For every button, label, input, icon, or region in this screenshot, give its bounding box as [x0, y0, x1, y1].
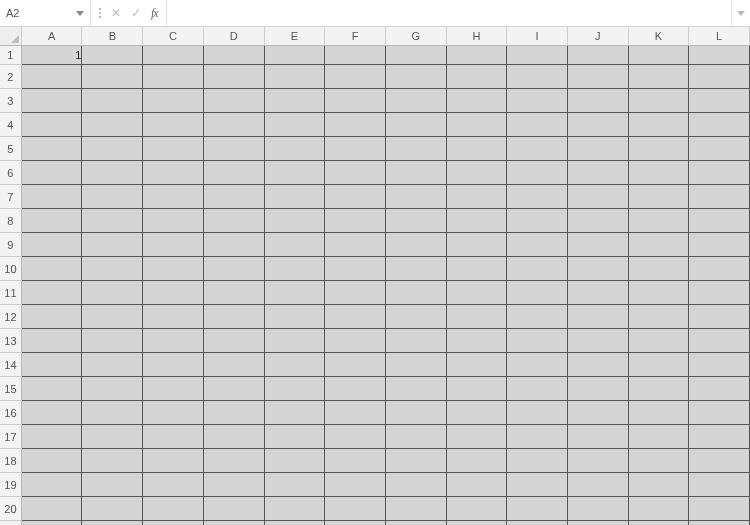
cell-I5[interactable] [507, 137, 568, 161]
cell-A2[interactable] [21, 65, 82, 89]
cell-K2[interactable] [628, 65, 689, 89]
cell-H6[interactable] [446, 161, 507, 185]
cell-F19[interactable] [325, 473, 386, 497]
cell-H4[interactable] [446, 113, 507, 137]
cell-L1[interactable] [689, 46, 750, 65]
cell-G4[interactable] [385, 113, 446, 137]
cell-D15[interactable] [203, 377, 264, 401]
cell-E6[interactable] [264, 161, 325, 185]
cell-B3[interactable] [82, 89, 143, 113]
name-box-dropdown-icon[interactable] [76, 11, 84, 16]
cell-H1[interactable] [446, 46, 507, 65]
cell-L2[interactable] [689, 65, 750, 89]
cell-C2[interactable] [143, 65, 204, 89]
cell-G12[interactable] [385, 305, 446, 329]
cell-J10[interactable] [567, 257, 628, 281]
cell-K14[interactable] [628, 353, 689, 377]
cell-C19[interactable] [143, 473, 204, 497]
cell-J4[interactable] [567, 113, 628, 137]
cell-C21[interactable] [143, 521, 204, 526]
formula-bar-expand[interactable] [731, 0, 750, 26]
cell-H19[interactable] [446, 473, 507, 497]
cell-F15[interactable] [325, 377, 386, 401]
cell-F10[interactable] [325, 257, 386, 281]
cell-A4[interactable] [21, 113, 82, 137]
cell-L13[interactable] [689, 329, 750, 353]
cell-A18[interactable] [21, 449, 82, 473]
cell-J20[interactable] [567, 497, 628, 521]
cell-H15[interactable] [446, 377, 507, 401]
cell-I3[interactable] [507, 89, 568, 113]
cell-B15[interactable] [82, 377, 143, 401]
cell-G2[interactable] [385, 65, 446, 89]
fx-icon[interactable]: fx [151, 6, 158, 21]
cell-J3[interactable] [567, 89, 628, 113]
cell-B2[interactable] [82, 65, 143, 89]
cell-L9[interactable] [689, 233, 750, 257]
cell-C20[interactable] [143, 497, 204, 521]
cell-E3[interactable] [264, 89, 325, 113]
cell-A1[interactable]: 1 [21, 46, 82, 65]
cell-E9[interactable] [264, 233, 325, 257]
row-header-1[interactable]: 1 [0, 46, 21, 65]
row-header-14[interactable]: 14 [0, 353, 21, 377]
cell-J19[interactable] [567, 473, 628, 497]
cell-F20[interactable] [325, 497, 386, 521]
cell-G20[interactable] [385, 497, 446, 521]
cell-D14[interactable] [203, 353, 264, 377]
cell-H2[interactable] [446, 65, 507, 89]
cell-D9[interactable] [203, 233, 264, 257]
cell-A21[interactable] [21, 521, 82, 526]
cell-G7[interactable] [385, 185, 446, 209]
cell-H13[interactable] [446, 329, 507, 353]
cell-C6[interactable] [143, 161, 204, 185]
cell-J18[interactable] [567, 449, 628, 473]
row-header-2[interactable]: 2 [0, 65, 21, 89]
row-header-13[interactable]: 13 [0, 329, 21, 353]
row-header-12[interactable]: 12 [0, 305, 21, 329]
cell-G14[interactable] [385, 353, 446, 377]
row-header-20[interactable]: 20 [0, 497, 21, 521]
row-header-10[interactable]: 10 [0, 257, 21, 281]
cell-D10[interactable] [203, 257, 264, 281]
cell-L5[interactable] [689, 137, 750, 161]
cell-H7[interactable] [446, 185, 507, 209]
cell-E13[interactable] [264, 329, 325, 353]
cell-L16[interactable] [689, 401, 750, 425]
cell-A8[interactable] [21, 209, 82, 233]
select-all-corner[interactable] [0, 27, 21, 46]
cell-G10[interactable] [385, 257, 446, 281]
cell-H18[interactable] [446, 449, 507, 473]
cell-K17[interactable] [628, 425, 689, 449]
cell-F3[interactable] [325, 89, 386, 113]
cell-B21[interactable] [82, 521, 143, 526]
cell-B20[interactable] [82, 497, 143, 521]
row-header-16[interactable]: 16 [0, 401, 21, 425]
cell-I13[interactable] [507, 329, 568, 353]
cell-A9[interactable] [21, 233, 82, 257]
cell-G6[interactable] [385, 161, 446, 185]
cell-A15[interactable] [21, 377, 82, 401]
cell-D12[interactable] [203, 305, 264, 329]
cell-L18[interactable] [689, 449, 750, 473]
cell-F12[interactable] [325, 305, 386, 329]
cell-E7[interactable] [264, 185, 325, 209]
cell-G13[interactable] [385, 329, 446, 353]
cell-F4[interactable] [325, 113, 386, 137]
cell-D1[interactable] [203, 46, 264, 65]
cell-J12[interactable] [567, 305, 628, 329]
cell-B12[interactable] [82, 305, 143, 329]
cell-J1[interactable] [567, 46, 628, 65]
cell-C17[interactable] [143, 425, 204, 449]
row-header-3[interactable]: 3 [0, 89, 21, 113]
cell-E11[interactable] [264, 281, 325, 305]
cell-I17[interactable] [507, 425, 568, 449]
cell-H8[interactable] [446, 209, 507, 233]
cell-J5[interactable] [567, 137, 628, 161]
cell-E10[interactable] [264, 257, 325, 281]
cell-D8[interactable] [203, 209, 264, 233]
cell-G3[interactable] [385, 89, 446, 113]
column-header-A[interactable]: A [21, 27, 82, 46]
cell-D16[interactable] [203, 401, 264, 425]
cell-H16[interactable] [446, 401, 507, 425]
